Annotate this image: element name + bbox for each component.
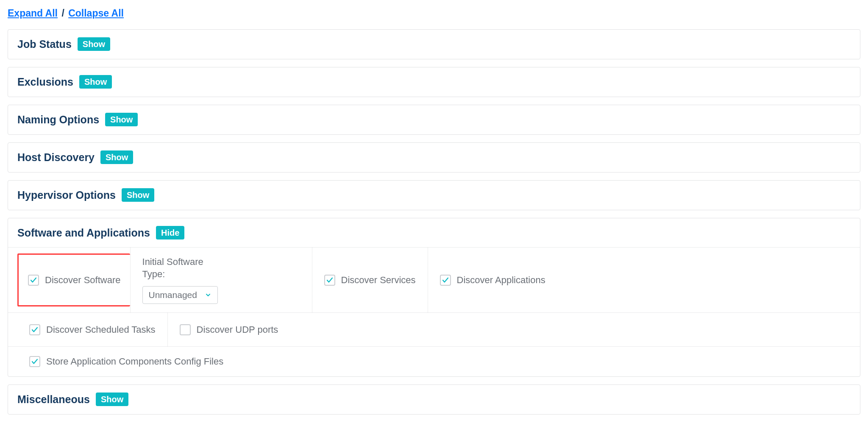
panel-title-hypervisor-options: Hypervisor Options bbox=[17, 189, 116, 201]
discover-udp-label: Discover UDP ports bbox=[197, 324, 278, 335]
panel-title-software-applications: Software and Applications bbox=[17, 227, 150, 239]
expand-all-link[interactable]: Expand All bbox=[8, 8, 58, 19]
chevron-down-icon bbox=[205, 292, 211, 298]
panel-header-software-applications: Software and Applications Hide bbox=[8, 218, 860, 248]
separator: / bbox=[61, 8, 64, 19]
software-row-1: Discover Software Initial Software Type:… bbox=[8, 248, 860, 313]
initial-software-type-cell: Initial Software Type: Unmanaged bbox=[130, 248, 312, 312]
hide-button-software-applications[interactable]: Hide bbox=[156, 226, 184, 239]
store-config-checkbox[interactable] bbox=[29, 356, 40, 367]
show-button-host-discovery[interactable]: Show bbox=[100, 150, 133, 164]
software-row-3: Store Application Components Config File… bbox=[8, 347, 860, 376]
panel-hypervisor-options: Hypervisor Options Show bbox=[8, 180, 860, 210]
panel-title-job-status: Job Status bbox=[17, 38, 72, 50]
check-icon bbox=[326, 276, 334, 284]
show-button-hypervisor-options[interactable]: Show bbox=[122, 188, 154, 202]
show-button-exclusions[interactable]: Show bbox=[79, 75, 112, 89]
check-icon bbox=[31, 326, 39, 334]
check-icon bbox=[31, 358, 39, 365]
discover-udp-cell: Discover UDP ports bbox=[168, 313, 290, 346]
panel-title-exclusions: Exclusions bbox=[17, 76, 73, 88]
panel-software-applications: Software and Applications Hide Discover … bbox=[8, 218, 860, 377]
panel-title-host-discovery: Host Discovery bbox=[17, 151, 95, 164]
check-icon bbox=[30, 276, 37, 284]
panel-header-hypervisor-options: Hypervisor Options Show bbox=[8, 181, 860, 210]
discover-scheduled-tasks-label: Discover Scheduled Tasks bbox=[46, 324, 156, 335]
discover-services-checkbox[interactable] bbox=[324, 275, 335, 286]
collapse-all-link[interactable]: Collapse All bbox=[68, 8, 124, 19]
discover-applications-cell: Discover Applications bbox=[428, 248, 557, 312]
show-button-miscellaneous[interactable]: Show bbox=[96, 393, 128, 406]
discover-scheduled-tasks-cell: Discover Scheduled Tasks bbox=[8, 313, 168, 346]
show-button-job-status[interactable]: Show bbox=[78, 37, 110, 51]
discover-applications-label: Discover Applications bbox=[457, 275, 545, 286]
panel-header-host-discovery: Host Discovery Show bbox=[8, 143, 860, 172]
discover-scheduled-tasks-checkbox[interactable] bbox=[29, 324, 40, 335]
initial-software-type-value: Unmanaged bbox=[149, 290, 197, 300]
panel-exclusions: Exclusions Show bbox=[8, 67, 860, 97]
panel-body-software-applications: Discover Software Initial Software Type:… bbox=[8, 248, 860, 376]
panel-miscellaneous: Miscellaneous Show bbox=[8, 384, 860, 415]
panel-title-miscellaneous: Miscellaneous bbox=[17, 393, 90, 406]
software-row-2: Discover Scheduled Tasks Discover UDP po… bbox=[8, 313, 860, 347]
initial-software-type-select[interactable]: Unmanaged bbox=[142, 286, 218, 304]
expand-collapse-links: Expand All / Collapse All bbox=[8, 8, 860, 19]
discover-software-cell: Discover Software bbox=[17, 253, 130, 306]
show-button-naming-options[interactable]: Show bbox=[105, 113, 138, 126]
panel-header-exclusions: Exclusions Show bbox=[8, 67, 860, 97]
panel-job-status: Job Status Show bbox=[8, 29, 860, 59]
panel-title-naming-options: Naming Options bbox=[17, 114, 99, 126]
discover-applications-checkbox[interactable] bbox=[440, 275, 451, 286]
discover-udp-checkbox[interactable] bbox=[180, 324, 191, 335]
discover-services-cell: Discover Services bbox=[312, 248, 428, 312]
panel-header-job-status: Job Status Show bbox=[8, 30, 860, 59]
discover-services-label: Discover Services bbox=[341, 275, 416, 286]
panel-naming-options: Naming Options Show bbox=[8, 105, 860, 135]
panel-header-naming-options: Naming Options Show bbox=[8, 105, 860, 134]
initial-software-type-label: Initial Software Type: bbox=[142, 256, 219, 280]
discover-software-label: Discover Software bbox=[45, 275, 121, 286]
check-icon bbox=[442, 276, 449, 284]
store-config-label: Store Application Components Config File… bbox=[46, 356, 223, 367]
panel-host-discovery: Host Discovery Show bbox=[8, 142, 860, 173]
panel-header-miscellaneous: Miscellaneous Show bbox=[8, 385, 860, 414]
discover-software-checkbox[interactable] bbox=[28, 275, 39, 286]
store-config-cell: Store Application Components Config File… bbox=[8, 347, 235, 376]
